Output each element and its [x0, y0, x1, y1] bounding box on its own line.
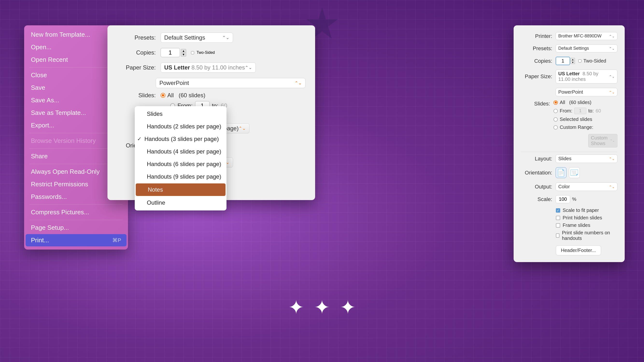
custom-shows-row: Custom Shows ⌃⌄ [588, 134, 618, 147]
right-orientation-buttons: 📄 📄 [556, 167, 580, 178]
right-selected-radio[interactable] [554, 117, 558, 122]
right-selected-slides[interactable]: Selected slides [554, 117, 618, 122]
right-all-slides[interactable]: All (60 slides) [554, 100, 618, 105]
right-custom-radio[interactable] [554, 125, 558, 130]
paper-size-label: Paper Size: [117, 64, 156, 71]
right-orientation-label: Orientation: [521, 170, 552, 176]
right-paper-size-label: Paper Size: [521, 73, 552, 80]
paper-size-dropdown[interactable]: US Letter 8.50 by 11.00 inches ⌃⌄ [160, 62, 256, 73]
right-scale-label: Scale: [521, 196, 552, 202]
right-landscape-button[interactable]: 📄 [569, 167, 580, 178]
layout-dropdown-popup: Slides Handouts (2 slides per page) ✓ Ha… [135, 106, 226, 210]
right-to-value: 60 [596, 108, 601, 114]
right-from-input[interactable] [574, 108, 586, 114]
dropdown-arrow-icon: ⌃⌄ [238, 126, 246, 131]
dropdown-icon: ⌃⌄ [609, 46, 615, 50]
slides-label: Slides: [117, 92, 156, 99]
right-printer-row: Printer: Brother MFC-8890DW ⌃⌄ [521, 32, 618, 40]
right-print-hidden-row: Print hidden slides [556, 215, 618, 221]
header-footer-button[interactable]: Header/Footer... [556, 245, 601, 255]
right-layout-dropdown[interactable]: Slides ⌃⌄ [556, 154, 618, 163]
dropdown-icon: ⌃⌄ [609, 157, 615, 161]
right-slide-numbers-row: Print slide numbers on handouts [556, 230, 618, 241]
star-2: ✦ [314, 296, 330, 319]
popup-notes[interactable]: Notes [136, 183, 226, 196]
copies-down-button[interactable]: ▼ [181, 53, 186, 56]
right-presets-dropdown[interactable]: Default Settings ⌃⌄ [556, 44, 618, 52]
dropdown-icon: ⌃⌄ [610, 139, 615, 142]
right-print-hidden-checkbox[interactable] [556, 216, 560, 220]
star-1: ✦ [288, 296, 304, 319]
right-powerpoint-dropdown[interactable]: PowerPoint ⌃⌄ [556, 88, 618, 96]
popup-handouts-3[interactable]: ✓ Handouts (3 slides per page) [135, 133, 226, 145]
right-frame-slides-row: Frame slides [556, 223, 618, 228]
right-frame-slides-label: Frame slides [562, 223, 590, 228]
right-scale-percent: % [572, 196, 576, 202]
popup-slides[interactable]: Slides [135, 108, 226, 120]
dropdown-icon: ⌃⌄ [609, 90, 615, 94]
menu-divider-6 [30, 220, 123, 220]
right-frame-slides-checkbox[interactable] [556, 223, 560, 228]
right-scale-input[interactable] [556, 195, 570, 203]
right-two-sided-label: Two-Sided [584, 58, 606, 64]
right-copies-input[interactable] [556, 57, 570, 65]
copies-label: Copies: [117, 49, 156, 56]
right-selected-label: Selected slides [560, 117, 592, 122]
right-from-radio[interactable] [554, 109, 558, 113]
right-portrait-button[interactable]: 📄 [556, 167, 566, 178]
menu-divider-5 [30, 204, 123, 205]
right-slide-numbers-checkbox[interactable] [556, 233, 560, 238]
right-printer-dropdown[interactable]: Brother MFC-8890DW ⌃⌄ [556, 32, 618, 40]
right-two-sided-checkbox[interactable] [578, 59, 582, 62]
right-two-sided: Two-Sided [578, 58, 606, 64]
presets-dropdown[interactable]: Default Settings ⌃⌄ [160, 32, 233, 43]
right-paper-size-dropdown[interactable]: US Letter 8.50 by 11.00 inches ⌃⌄ [556, 69, 618, 83]
right-output-dropdown[interactable]: Color ⌃⌄ [556, 182, 618, 191]
copies-up-button[interactable]: ▲ [181, 49, 186, 53]
right-slides-row: Slides: All (60 slides) From: to: 60 Sel… [521, 100, 618, 147]
right-copies-label: Copies: [521, 58, 552, 64]
popup-handouts-9[interactable]: Handouts (9 slides per page) [135, 170, 226, 183]
copies-row: Copies: ▲ ▼ Two-Sided [117, 48, 306, 57]
custom-shows-dropdown[interactable]: Custom Shows ⌃⌄ [588, 134, 618, 147]
dropdown-arrow-icon: ⌃⌄ [294, 80, 302, 86]
slides-all-radio[interactable] [160, 93, 166, 98]
right-scale-to-fit-row: Scale to fit paper [556, 208, 618, 213]
right-scale-to-fit-checkbox[interactable] [556, 208, 560, 213]
popup-outline[interactable]: Outline [135, 196, 226, 209]
right-printer-label: Printer: [521, 33, 552, 39]
dropdown-arrow-icon: ⌃⌄ [245, 65, 252, 70]
dropdown-icon: ⌃⌄ [609, 185, 615, 189]
menu-compress-pictures[interactable]: Compress Pictures... [26, 206, 126, 218]
popup-handouts-6[interactable]: Handouts (6 slides per page) [135, 158, 226, 170]
right-copies-up[interactable]: ▲ [570, 58, 575, 61]
slides-all-option[interactable]: All (60 slides) [160, 92, 205, 99]
powerpoint-dropdown[interactable]: PowerPoint ⌃⌄ [156, 78, 306, 88]
right-all-radio[interactable] [554, 100, 558, 105]
right-copies-down[interactable]: ▼ [570, 61, 575, 64]
right-custom-range[interactable]: Custom Range: [554, 124, 618, 130]
popup-handouts-2[interactable]: Handouts (2 slides per page) [135, 120, 226, 133]
popup-handouts-4[interactable]: Handouts (4 slides per page) [135, 145, 226, 158]
right-scale-row: Scale: % [521, 195, 618, 203]
right-to-label: to: [588, 108, 594, 114]
right-orientation-row: Orientation: 📄 📄 [521, 167, 618, 178]
two-sided-row: Two-Sided [191, 50, 215, 55]
right-print-hidden-label: Print hidden slides [562, 215, 602, 221]
right-copies-row: Copies: ▲ ▼ Two-Sided [521, 57, 618, 65]
right-paper-size-row: Paper Size: US Letter 8.50 by 11.00 inch… [521, 69, 618, 83]
slides-all-label: All (60 slides) [167, 92, 205, 99]
right-presets-label: Presets: [521, 45, 552, 52]
dropdown-arrow-icon: ⌃⌄ [222, 35, 230, 40]
bottom-stars: ✦ ✦ ✦ [288, 296, 356, 319]
menu-page-setup[interactable]: Page Setup... [26, 222, 126, 234]
right-slides-label: Slides: [521, 100, 550, 107]
copies-input[interactable] [160, 48, 180, 57]
two-sided-label: Two-Sided [196, 50, 215, 55]
paper-size-bold: US Letter [164, 64, 190, 71]
menu-print[interactable]: Print... ⌘P [26, 234, 126, 246]
two-sided-checkbox[interactable] [191, 51, 194, 54]
right-layout-label: Layout: [521, 156, 552, 162]
right-output-label: Output: [521, 184, 552, 190]
right-scale-controls: % [556, 195, 576, 203]
